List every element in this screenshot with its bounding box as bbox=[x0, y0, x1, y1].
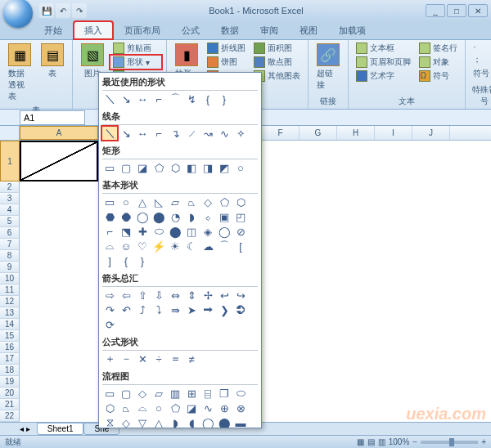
shape-triangle[interactable]: △ bbox=[135, 195, 150, 208]
shape-scribble[interactable]: ∿ bbox=[217, 127, 232, 140]
shape-pie[interactable]: ◔ bbox=[168, 210, 182, 223]
shape-arr-bent[interactable]: ↩ bbox=[217, 289, 232, 302]
row-header-22[interactable]: 22 bbox=[0, 410, 20, 422]
shape-can[interactable]: ⬤ bbox=[168, 225, 182, 238]
shape-fc-data[interactable]: ▱ bbox=[151, 387, 166, 400]
minimize-button[interactable]: _ bbox=[426, 4, 445, 17]
pivot-table-button[interactable]: ▦数据 透视表 bbox=[5, 42, 34, 104]
shape-textbox[interactable]: ▭ bbox=[102, 195, 117, 208]
shape-divide[interactable]: ÷ bbox=[151, 352, 166, 365]
restore-button[interactable]: □ bbox=[447, 4, 466, 17]
row-header-9[interactable]: 9 bbox=[0, 262, 20, 273]
row-header-15[interactable]: 15 bbox=[0, 330, 20, 342]
shape-fc-sum[interactable]: ⊕ bbox=[217, 401, 232, 414]
shape-diamond[interactable]: ◇ bbox=[200, 195, 215, 208]
shape-arr-curved-u[interactable]: ⤴ bbox=[135, 303, 150, 316]
shape-rect[interactable]: ▭ bbox=[102, 161, 117, 174]
col-header-g[interactable]: G bbox=[300, 126, 337, 140]
shape-elbow[interactable]: ⌐ bbox=[151, 92, 166, 105]
shape-fc-prep[interactable]: ⬡ bbox=[102, 401, 117, 414]
row-header-21[interactable]: 21 bbox=[0, 399, 20, 410]
shape-frame[interactable]: ▣ bbox=[217, 210, 232, 223]
col-header-i[interactable]: I bbox=[375, 126, 412, 140]
shape-fc-manin[interactable]: ⌓ bbox=[135, 401, 150, 414]
row-header-20[interactable]: 20 bbox=[0, 388, 20, 399]
row-header-14[interactable]: 14 bbox=[0, 319, 20, 330]
row-header-6[interactable]: 6 bbox=[0, 227, 20, 239]
shape-trapezoid[interactable]: ⏢ bbox=[184, 195, 199, 208]
shape-fc-collate[interactable]: ⧖ bbox=[102, 416, 117, 428]
tab-insert[interactable]: 插入 bbox=[74, 21, 113, 39]
view-break-icon[interactable]: ▥ bbox=[378, 437, 385, 446]
shape-elbow-arrow[interactable]: ↴ bbox=[168, 127, 182, 140]
tab-formulas[interactable]: 公式 bbox=[172, 22, 209, 39]
shape-equal[interactable]: ＝ bbox=[168, 352, 182, 365]
shape-pentagon[interactable]: ⬠ bbox=[217, 195, 232, 208]
view-normal-icon[interactable]: ▦ bbox=[357, 437, 364, 446]
shape-arrow[interactable]: ↘ bbox=[119, 92, 133, 105]
shape-lshape[interactable]: ⌐ bbox=[102, 225, 117, 238]
shape-fc-direct[interactable]: ▬ bbox=[233, 416, 248, 428]
shape-fc-delay[interactable]: ◖ bbox=[184, 416, 199, 428]
shape-fc-card[interactable]: ◪ bbox=[184, 401, 199, 414]
shape-sun[interactable]: ☀ bbox=[168, 240, 182, 253]
tab-review[interactable]: 审阅 bbox=[250, 22, 288, 39]
zoom-slider[interactable] bbox=[421, 441, 478, 444]
semicolon-button[interactable]: ； bbox=[471, 53, 491, 66]
tab-home[interactable]: 开始 bbox=[34, 22, 72, 39]
shape-arr-striped[interactable]: ⇛ bbox=[168, 303, 182, 316]
shape-fc-alt[interactable]: ▢ bbox=[119, 387, 133, 400]
area-chart-button[interactable]: 面积图 bbox=[251, 42, 303, 55]
shape-fc-decision[interactable]: ◇ bbox=[135, 387, 150, 400]
shape-fc-doc[interactable]: ⌸ bbox=[200, 387, 215, 400]
shape-fc-sort[interactable]: ◇ bbox=[119, 416, 133, 428]
row-header-18[interactable]: 18 bbox=[0, 365, 20, 376]
undo-icon[interactable]: ↶ bbox=[56, 3, 70, 18]
hyperlink-button[interactable]: 🔗超链接 bbox=[313, 42, 343, 92]
shape-plaque[interactable]: ⬭ bbox=[151, 225, 166, 238]
sheet-tab-1[interactable]: Sheet1 bbox=[37, 423, 84, 435]
shape-fc-seq[interactable]: ◯ bbox=[200, 416, 215, 428]
shape-elbow-conn[interactable]: ⌐ bbox=[151, 127, 166, 140]
shape-arr-curved-l[interactable]: ↶ bbox=[119, 303, 133, 316]
shape-arr-pentagon[interactable]: ⮕ bbox=[200, 303, 215, 316]
shape-rbrace2[interactable]: } bbox=[135, 254, 150, 267]
shape-freeform[interactable]: ↯ bbox=[184, 92, 199, 105]
shape-snip1[interactable]: ◪ bbox=[135, 161, 150, 174]
row-header-12[interactable]: 12 bbox=[0, 296, 20, 307]
shape-half-frame[interactable]: ◰ bbox=[233, 210, 248, 223]
dot-button[interactable]: · bbox=[471, 42, 491, 52]
cell-a1-with-diagonal[interactable] bbox=[20, 141, 98, 181]
shape-chord[interactable]: ◗ bbox=[184, 210, 199, 223]
shape-arr-curved-r[interactable]: ↷ bbox=[102, 303, 117, 316]
shape-fc-internal[interactable]: ⊞ bbox=[184, 387, 199, 400]
shape-fc-predef[interactable]: ▥ bbox=[168, 387, 182, 400]
shape-rbracket[interactable]: ] bbox=[102, 254, 117, 267]
shape-smiley[interactable]: ☺ bbox=[119, 240, 133, 253]
shape-notequal[interactable]: ≠ bbox=[184, 352, 199, 365]
shape-line[interactable]: ＼ bbox=[102, 92, 117, 105]
row-header-17[interactable]: 17 bbox=[0, 353, 20, 365]
shape-minus[interactable]: － bbox=[119, 352, 133, 365]
shape-round-rect[interactable]: ▢ bbox=[119, 161, 133, 174]
col-header-a[interactable]: A bbox=[20, 126, 98, 140]
tab-addins[interactable]: 加载项 bbox=[329, 22, 376, 39]
line-chart-button[interactable]: 折线图 bbox=[205, 42, 248, 55]
shape-multiply[interactable]: ✕ bbox=[135, 352, 150, 365]
zoom-in-icon[interactable]: + bbox=[481, 437, 486, 446]
shape-arr-chevron[interactable]: ❯ bbox=[217, 303, 232, 316]
row-header-2[interactable]: 2 bbox=[0, 181, 20, 193]
row-header-13[interactable]: 13 bbox=[0, 307, 20, 319]
scatter-chart-button[interactable]: 散点图 bbox=[251, 56, 303, 69]
save-icon[interactable]: 💾 bbox=[39, 3, 54, 18]
shape-curve[interactable]: ⌒ bbox=[168, 92, 182, 105]
clipart-button[interactable]: 剪贴画 bbox=[110, 42, 161, 55]
shape-cloud[interactable]: ☁ bbox=[200, 240, 215, 253]
shape-freeform2[interactable]: ⟡ bbox=[233, 127, 248, 140]
shape-fc-multi[interactable]: ❐ bbox=[217, 387, 232, 400]
row-header-7[interactable]: 7 bbox=[0, 239, 20, 250]
col-header-j[interactable]: J bbox=[412, 126, 450, 140]
tab-data[interactable]: 数据 bbox=[211, 22, 249, 39]
headerfooter-button[interactable]: 页眉和页脚 bbox=[354, 56, 413, 69]
shape-oval[interactable]: ○ bbox=[119, 195, 133, 208]
